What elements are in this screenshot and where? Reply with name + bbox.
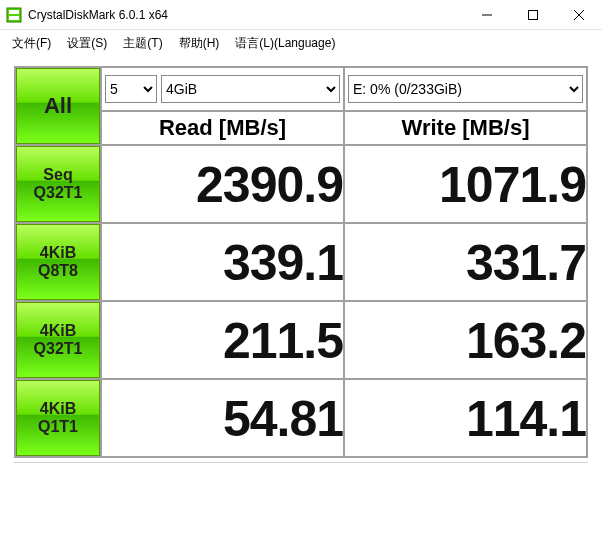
svg-rect-4 xyxy=(529,10,538,19)
close-button[interactable] xyxy=(556,0,602,29)
menubar: 文件(F) 设置(S) 主题(T) 帮助(H) 语言(L)(Language) xyxy=(0,30,602,56)
test-button-seq-q32t1[interactable]: Seq Q32T1 xyxy=(16,146,100,222)
svg-rect-2 xyxy=(9,16,19,20)
table-row: 4KiB Q8T8 339.1 331.7 xyxy=(15,223,587,301)
test-label-line1: 4KiB xyxy=(17,400,99,418)
window-controls xyxy=(464,0,602,29)
menu-file[interactable]: 文件(F) xyxy=(6,33,57,54)
titlebar: CrystalDiskMark 6.0.1 x64 xyxy=(0,0,602,30)
content-area: All 5 4GiB E: 0% (0/233GiB) xyxy=(0,56,602,492)
benchmark-table: All 5 4GiB E: 0% (0/233GiB) xyxy=(14,66,588,458)
read-value: 339.1 xyxy=(102,230,343,294)
read-value: 2390.9 xyxy=(102,152,343,216)
test-label-line2: Q32T1 xyxy=(17,184,99,202)
test-label-line2: Q1T1 xyxy=(17,418,99,436)
menu-language[interactable]: 语言(L)(Language) xyxy=(229,33,341,54)
read-value: 211.5 xyxy=(102,308,343,372)
test-label-line1: Seq xyxy=(17,166,99,184)
write-header: Write [MB/s] xyxy=(344,111,587,145)
test-label-line1: 4KiB xyxy=(17,322,99,340)
test-button-4kib-q32t1[interactable]: 4KiB Q32T1 xyxy=(16,302,100,378)
test-label-line1: 4KiB xyxy=(17,244,99,262)
read-header: Read [MB/s] xyxy=(101,111,344,145)
size-select[interactable]: 4GiB xyxy=(161,75,340,103)
status-bar xyxy=(14,462,588,486)
menu-settings[interactable]: 设置(S) xyxy=(61,33,113,54)
write-value: 114.1 xyxy=(345,386,586,450)
write-value: 163.2 xyxy=(345,308,586,372)
table-row: Seq Q32T1 2390.9 1071.9 xyxy=(15,145,587,223)
table-row: 4KiB Q32T1 211.5 163.2 xyxy=(15,301,587,379)
menu-theme[interactable]: 主题(T) xyxy=(117,33,168,54)
maximize-button[interactable] xyxy=(510,0,556,29)
window-title: CrystalDiskMark 6.0.1 x64 xyxy=(28,8,464,22)
test-label-line2: Q32T1 xyxy=(17,340,99,358)
svg-rect-1 xyxy=(9,10,19,14)
drive-select[interactable]: E: 0% (0/233GiB) xyxy=(348,75,583,103)
menu-help[interactable]: 帮助(H) xyxy=(173,33,226,54)
app-icon xyxy=(6,7,22,23)
read-value: 54.81 xyxy=(102,386,343,450)
write-value: 331.7 xyxy=(345,230,586,294)
minimize-button[interactable] xyxy=(464,0,510,29)
all-button[interactable]: All xyxy=(16,68,100,144)
test-button-4kib-q1t1[interactable]: 4KiB Q1T1 xyxy=(16,380,100,456)
table-row: 4KiB Q1T1 54.81 114.1 xyxy=(15,379,587,457)
write-value: 1071.9 xyxy=(345,152,586,216)
test-label-line2: Q8T8 xyxy=(17,262,99,280)
runs-select[interactable]: 5 xyxy=(105,75,157,103)
test-button-4kib-q8t8[interactable]: 4KiB Q8T8 xyxy=(16,224,100,300)
